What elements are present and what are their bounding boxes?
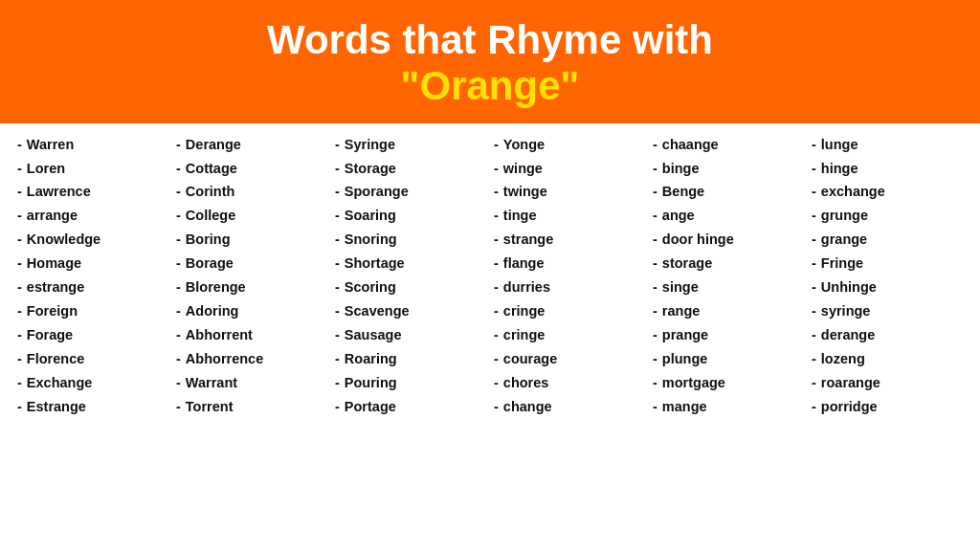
word-text: strange xyxy=(503,228,553,252)
list-item: -Sporange xyxy=(335,180,486,204)
word-text: ange xyxy=(662,204,695,228)
dash-icon: - xyxy=(17,228,22,252)
list-item: -Abhorrence xyxy=(176,347,327,371)
word-text: Lawrence xyxy=(27,180,91,204)
list-item: -hinge xyxy=(812,157,963,181)
list-item: -Fringe xyxy=(812,252,963,276)
header: Words that Rhyme with "Orange" xyxy=(0,0,980,123)
column-2: -Derange-Cottage-Corinth-College-Boring-… xyxy=(172,133,331,419)
dash-icon: - xyxy=(335,347,340,371)
word-text: Portage xyxy=(345,395,396,419)
list-item: -change xyxy=(494,395,645,419)
dash-icon: - xyxy=(494,204,499,228)
list-item: -Derange xyxy=(176,133,327,157)
list-item: -Scoring xyxy=(335,276,486,299)
dash-icon: - xyxy=(812,228,816,252)
dash-icon: - xyxy=(335,276,340,299)
dash-icon: - xyxy=(335,252,340,276)
dash-icon: - xyxy=(176,276,181,299)
dash-icon: - xyxy=(176,323,181,347)
list-item: -Corinth xyxy=(176,180,327,204)
list-item: -Foreign xyxy=(17,299,168,323)
word-text: Yonge xyxy=(503,133,545,157)
dash-icon: - xyxy=(494,133,499,157)
dash-icon: - xyxy=(335,204,340,228)
dash-icon: - xyxy=(17,133,22,157)
dash-icon: - xyxy=(653,133,657,157)
word-text: College xyxy=(186,204,235,228)
list-item: -singe xyxy=(653,276,804,299)
list-item: -Warrant xyxy=(176,371,327,395)
list-item: -Loren xyxy=(17,157,168,181)
word-text: Pouring xyxy=(345,371,397,395)
dash-icon: - xyxy=(494,180,499,204)
dash-icon: - xyxy=(335,157,340,181)
list-item: -mortgage xyxy=(653,371,804,395)
list-item: -Abhorrent xyxy=(176,323,327,347)
list-item: -winge xyxy=(494,157,645,181)
word-text: Derange xyxy=(186,133,241,157)
list-item: -Lawrence xyxy=(17,180,168,204)
dash-icon: - xyxy=(17,252,22,276)
dash-icon: - xyxy=(494,299,499,323)
list-item: -Yonge xyxy=(494,133,645,157)
dash-icon: - xyxy=(176,371,181,395)
word-text: lunge xyxy=(821,133,858,157)
list-item: -Snoring xyxy=(335,228,486,252)
dash-icon: - xyxy=(812,323,816,347)
dash-icon: - xyxy=(494,157,499,181)
word-text: singe xyxy=(662,276,699,299)
word-text: Warren xyxy=(27,133,74,157)
word-text: mortgage xyxy=(662,371,725,395)
list-item: -Blorenge xyxy=(176,276,327,299)
list-item: -estrange xyxy=(17,276,168,299)
list-item: -Syringe xyxy=(335,133,486,157)
list-item: -grunge xyxy=(812,204,963,228)
column-6: -lunge-hinge-exchange-grunge-grange-Frin… xyxy=(808,133,967,419)
dash-icon: - xyxy=(176,299,181,323)
word-text: Snoring xyxy=(345,228,397,252)
dash-icon: - xyxy=(335,323,340,347)
list-item: -Benge xyxy=(653,180,804,204)
list-item: -lunge xyxy=(812,133,963,157)
dash-icon: - xyxy=(653,347,657,371)
column-4: -Yonge-winge-twinge-tinge-strange-flange… xyxy=(490,133,649,419)
dash-icon: - xyxy=(176,204,181,228)
word-text: flange xyxy=(503,252,545,276)
word-text: Estrange xyxy=(27,395,86,419)
list-item: -Storage xyxy=(335,157,486,181)
dash-icon: - xyxy=(653,252,657,276)
dash-icon: - xyxy=(653,371,657,395)
dash-icon: - xyxy=(17,395,22,419)
word-text: Abhorrent xyxy=(186,323,253,347)
word-text: change xyxy=(503,395,552,419)
word-text: porridge xyxy=(821,395,878,419)
list-item: -binge xyxy=(653,157,804,181)
word-text: Foreign xyxy=(27,299,78,323)
list-item: -Estrange xyxy=(17,395,168,419)
dash-icon: - xyxy=(494,228,499,252)
list-item: -arrange xyxy=(17,204,168,228)
word-text: prange xyxy=(662,323,708,347)
column-3: -Syringe-Storage-Sporange-Soaring-Snorin… xyxy=(331,133,490,419)
list-item: -durries xyxy=(494,276,645,299)
word-text: Loren xyxy=(27,157,65,181)
word-text: Blorenge xyxy=(186,276,246,299)
word-text: Torrent xyxy=(186,395,234,419)
dash-icon: - xyxy=(176,157,181,181)
dash-icon: - xyxy=(653,228,657,252)
word-text: courage xyxy=(503,347,557,371)
list-item: -Pouring xyxy=(335,371,486,395)
dash-icon: - xyxy=(17,276,22,299)
list-item: -mange xyxy=(653,395,804,419)
word-text: grunge xyxy=(821,204,868,228)
list-item: -flange xyxy=(494,252,645,276)
content-grid: -Warren-Loren-Lawrence-arrange-Knowledge… xyxy=(0,123,980,425)
word-text: Boring xyxy=(186,228,231,252)
dash-icon: - xyxy=(812,133,816,157)
dash-icon: - xyxy=(494,276,499,299)
dash-icon: - xyxy=(812,180,816,204)
dash-icon: - xyxy=(653,276,657,299)
list-item: -Shortage xyxy=(335,252,486,276)
list-item: -Portage xyxy=(335,395,486,419)
